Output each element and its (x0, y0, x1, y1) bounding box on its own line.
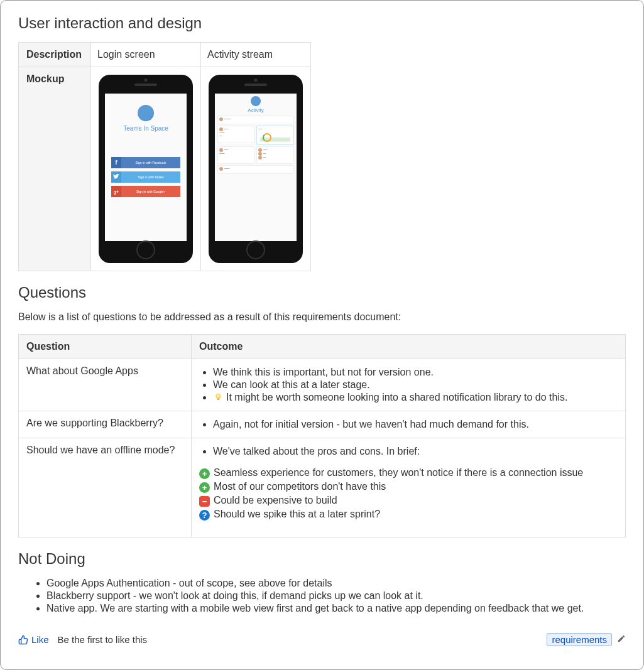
document-page: User interaction and design Description … (0, 0, 644, 670)
outcome-item: We think this is important, but not for … (213, 367, 618, 378)
section-heading-design: User interaction and design (18, 14, 626, 32)
questions-header-question: Question (19, 335, 192, 359)
design-cell-activity-label: Activity stream (201, 43, 311, 67)
outcome-cell: We think this is important, but not for … (192, 359, 626, 411)
mockup-cell-activity: Activity ━━━━━ ━━━━━━━━━ ━━━ ━━━━━━━ ━━━… (201, 67, 311, 271)
section-heading-questions: Questions (18, 284, 626, 301)
table-row: Are we supporting Blackberry? Again, not… (19, 411, 626, 438)
design-cell-login-label: Login screen (91, 43, 201, 67)
like-hint: Be the first to like this (58, 634, 148, 645)
page-footer: Like Be the first to like this requireme… (18, 633, 626, 646)
plus-icon: + (199, 482, 210, 493)
facebook-icon: f (111, 157, 121, 168)
svg-point-2 (217, 394, 219, 397)
list-item: Native app. We are starting with a mobil… (46, 603, 626, 614)
question-cell: What about Google Apps (19, 359, 192, 411)
table-row: Should we have an offline mode? We've ta… (19, 438, 626, 538)
tag-label[interactable]: requirements (547, 633, 612, 646)
app-title: Teams In Space (107, 125, 184, 132)
lightbulb-icon (213, 392, 224, 403)
design-row-header-description: Description (19, 43, 91, 67)
table-row: What about Google Apps We think this is … (19, 359, 626, 411)
outcome-item: We can look at this at a later stage. (213, 379, 618, 391)
outcome-item: +Seamless experience for customers, they… (199, 467, 618, 479)
outcome-cell: Again, not for initial version - but we … (192, 411, 626, 438)
googleplus-login-button: g+ Sign in with Google+ (111, 186, 180, 197)
like-label: Like (31, 634, 49, 645)
twitter-login-button: Sign in with Twitter (111, 171, 180, 183)
outcome-item: Again, not for initial version - but we … (213, 419, 618, 430)
activity-screen: Activity ━━━━━ ━━━━━━━━━ ━━━ ━━━━━━━ ━━━… (215, 94, 297, 241)
list-item: Google Apps Authentication - out of scop… (46, 578, 626, 589)
outcome-item: ?Should we spike this at a later sprint? (199, 509, 618, 521)
questions-intro: Below is a list of questions to be addre… (18, 311, 626, 323)
phone-mockup-login: Teams In Space f Sign in with Facebook S… (99, 75, 193, 263)
edit-labels-button[interactable] (617, 634, 626, 645)
notdoing-list: Google Apps Authentication - out of scop… (18, 578, 626, 614)
questions-header-outcome: Outcome (192, 335, 626, 359)
design-table: Description Login screen Activity stream… (18, 42, 311, 271)
question-cell: Should we have an offline mode? (19, 438, 192, 538)
outcome-item: −Could be expensive to build (199, 495, 618, 507)
outcome-cell: We've talked about the pros and cons. In… (192, 438, 626, 538)
twitter-icon (111, 171, 121, 183)
outcome-item: It might be worth someone looking into a… (213, 392, 618, 403)
questions-table: Question Outcome What about Google Apps … (18, 334, 626, 538)
minus-icon: − (199, 496, 210, 507)
mockup-cell-login: Teams In Space f Sign in with Facebook S… (91, 67, 201, 271)
outcome-item: We've talked about the pros and cons. In… (213, 446, 618, 457)
activity-title: Activity (217, 107, 294, 113)
like-button[interactable]: Like (18, 634, 49, 645)
list-item: Blackberry support - we won't look at do… (46, 590, 626, 602)
question-cell: Are we supporting Blackberry? (19, 411, 192, 438)
pencil-icon (617, 634, 626, 643)
app-logo-icon (138, 105, 154, 121)
login-screen: Teams In Space f Sign in with Facebook S… (105, 94, 187, 241)
section-heading-notdoing: Not Doing (18, 550, 626, 568)
question-icon: ? (199, 510, 210, 521)
outcome-item: +Most of our competitors don't have this (199, 481, 618, 493)
svg-rect-1 (217, 399, 220, 400)
googleplus-icon: g+ (111, 186, 121, 197)
plus-icon: + (199, 468, 210, 479)
app-logo-icon (251, 96, 261, 106)
thumbs-up-icon (18, 635, 28, 645)
design-row-header-mockup: Mockup (19, 67, 91, 271)
phone-mockup-activity: Activity ━━━━━ ━━━━━━━━━ ━━━ ━━━━━━━ ━━━… (209, 75, 303, 263)
facebook-login-button: f Sign in with Facebook (111, 157, 180, 168)
